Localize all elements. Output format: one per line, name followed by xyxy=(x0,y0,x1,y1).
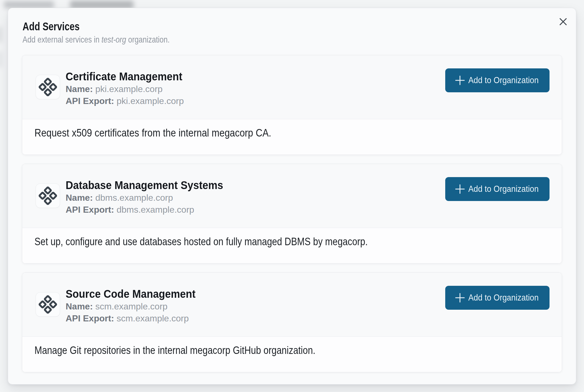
diamonds-icon xyxy=(39,187,57,205)
plus-icon xyxy=(455,76,465,85)
service-name-line: Name: pki.example.corp xyxy=(66,83,191,95)
dialog-subtitle: Add external services in test-org organi… xyxy=(23,34,170,45)
service-api-export-line: API Export: pki.example.corp xyxy=(66,95,191,107)
service-name-value: dbms.example.corp xyxy=(95,193,173,203)
service-name-line: Name: dbms.example.corp xyxy=(66,192,235,204)
service-card-header: Source Code Management Name: scm.example… xyxy=(22,273,562,337)
service-description-text: Manage Git repositories in the internal … xyxy=(34,344,315,357)
service-title: Certificate Management xyxy=(66,70,182,83)
service-list: Certificate Management Name: pki.example… xyxy=(22,55,562,372)
close-button[interactable] xyxy=(557,16,569,28)
service-api-export-line: API Export: dbms.example.corp xyxy=(66,204,235,216)
service-title: Database Management Systems xyxy=(66,178,223,192)
subtitle-text-suffix: organization. xyxy=(126,34,170,44)
name-label: Name: xyxy=(66,84,93,94)
service-card-database-management-systems: Database Management Systems Name: dbms.e… xyxy=(22,164,562,264)
name-label: Name: xyxy=(66,301,93,311)
add-to-organization-button[interactable]: Add to Organization xyxy=(445,286,550,310)
service-api-export-value: dbms.example.corp xyxy=(117,205,194,215)
service-name-value: pki.example.corp xyxy=(95,84,163,94)
plus-icon xyxy=(455,184,465,194)
service-description-text: Request x509 certificates from the inter… xyxy=(34,126,271,139)
add-services-dialog: Add Services Add external services in te… xyxy=(8,8,576,384)
service-description-text: Set up, configure and use databases host… xyxy=(34,235,368,248)
service-description: Manage Git repositories in the internal … xyxy=(22,337,562,372)
org-name: test-org xyxy=(102,34,126,44)
service-card-header: Database Management Systems Name: dbms.e… xyxy=(22,164,562,228)
diamonds-icon xyxy=(39,295,57,314)
add-to-organization-button[interactable]: Add to Organization xyxy=(445,68,550,92)
service-description: Set up, configure and use databases host… xyxy=(22,228,562,263)
service-api-export-value: pki.example.corp xyxy=(117,96,184,106)
service-card-source-code-management: Source Code Management Name: scm.example… xyxy=(22,272,562,372)
add-button-label: Add to Organization xyxy=(468,293,539,303)
add-button-label: Add to Organization xyxy=(468,184,539,194)
add-button-label: Add to Organization xyxy=(468,75,539,85)
service-card-header: Certificate Management Name: pki.example… xyxy=(22,55,562,119)
api-export-label: API Export: xyxy=(66,313,114,323)
dialog-title: Add Services xyxy=(23,20,80,33)
service-card-text: Source Code Management Name: scm.example… xyxy=(66,287,205,324)
service-name-line: Name: scm.example.corp xyxy=(66,301,205,312)
diamonds-icon xyxy=(39,78,57,96)
service-icon xyxy=(36,183,60,208)
service-api-export-line: API Export: scm.example.corp xyxy=(66,312,205,324)
service-icon xyxy=(36,292,60,317)
service-name-value: scm.example.corp xyxy=(95,301,168,311)
close-icon xyxy=(558,17,568,26)
add-to-organization-button[interactable]: Add to Organization xyxy=(445,177,550,201)
api-export-label: API Export: xyxy=(66,205,114,215)
service-card-certificate-management: Certificate Management Name: pki.example… xyxy=(22,55,562,155)
service-description: Request x509 certificates from the inter… xyxy=(22,119,562,155)
service-api-export-value: scm.example.corp xyxy=(117,313,189,323)
service-title: Source Code Management xyxy=(66,287,196,301)
plus-icon xyxy=(455,293,465,302)
service-icon xyxy=(36,75,60,99)
api-export-label: API Export: xyxy=(66,96,114,106)
service-card-text: Certificate Management Name: pki.example… xyxy=(66,70,191,107)
service-card-text: Database Management Systems Name: dbms.e… xyxy=(66,178,235,216)
name-label: Name: xyxy=(66,193,93,203)
subtitle-text: Add external services in xyxy=(23,34,102,44)
